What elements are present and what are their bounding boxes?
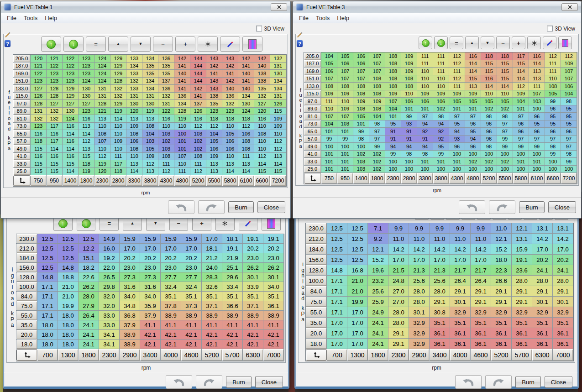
column-header-cell[interactable]: 5800 (513, 173, 529, 184)
burn-button[interactable]: Burn (228, 201, 253, 213)
table-cell[interactable]: 114 (47, 145, 63, 153)
3d-view-checkbox[interactable] (256, 26, 262, 31)
table-cell[interactable]: 110 (254, 138, 270, 146)
table-cell[interactable]: 42.1 (263, 340, 284, 349)
table-cell[interactable]: 94 (385, 143, 401, 151)
table-cell[interactable]: 106 (222, 138, 238, 146)
table-cell[interactable]: 115 (63, 160, 79, 168)
table-cell[interactable]: 101 (529, 158, 545, 166)
table-cell[interactable]: 102 (190, 145, 206, 153)
table-cell[interactable]: 134 (142, 78, 158, 85)
table-cell[interactable]: 108 (353, 90, 369, 98)
table-cell[interactable]: 32.9 (512, 307, 532, 318)
column-header-cell[interactable]: 750 (321, 173, 337, 184)
table-cell[interactable]: 110 (433, 75, 449, 83)
table-cell[interactable]: 134 (142, 85, 158, 93)
table-cell[interactable]: 96 (545, 105, 561, 113)
table-cell[interactable]: 115 (497, 60, 513, 68)
table-cell[interactable]: 12.5 (347, 234, 368, 244)
menu-tools[interactable]: Tools (312, 14, 333, 22)
table-cell[interactable]: 34.1 (99, 340, 120, 349)
column-header-cell[interactable]: 3400 (430, 349, 450, 361)
table-cell[interactable]: 123 (79, 63, 94, 70)
table-cell[interactable]: 16.0 (99, 244, 120, 253)
table-cell[interactable]: 109 (353, 98, 369, 105)
table-cell[interactable]: 115 (47, 168, 63, 176)
table-cell[interactable]: 17.1 (37, 301, 58, 311)
table-cell[interactable]: 111 (158, 160, 174, 168)
table-cell[interactable]: 94 (401, 143, 417, 151)
table-cell[interactable]: 99 (513, 143, 529, 151)
table-cell[interactable]: 114 (465, 68, 481, 75)
table-cell[interactable]: 100 (545, 158, 561, 166)
table-cell[interactable]: 107 (337, 68, 353, 75)
table-cell[interactable]: 108 (385, 75, 401, 83)
column-header-cell[interactable]: 7000 (553, 349, 573, 361)
table-cell[interactable]: 101 (417, 105, 433, 113)
table-cell[interactable]: 17.0 (347, 307, 368, 318)
table-cell[interactable]: 115 (79, 153, 94, 161)
table-cell[interactable]: 31.6 (140, 282, 161, 292)
table-cell[interactable]: 23.0 (263, 253, 284, 263)
table-cell[interactable]: 123 (79, 55, 94, 63)
table-cell[interactable]: 19.9 (347, 297, 368, 307)
table-cell[interactable]: 97 (497, 120, 513, 128)
table-cell[interactable]: 115 (513, 60, 529, 68)
table-cell[interactable]: 123 (63, 78, 79, 85)
table-cell[interactable]: 17.1 (327, 297, 347, 307)
table-cell[interactable]: 112 (270, 138, 286, 146)
table-cell[interactable]: 17.1 (37, 292, 58, 301)
table-cell[interactable]: 96 (513, 128, 529, 136)
table-cell[interactable]: 95 (433, 143, 449, 151)
table-cell[interactable]: 29.1 (553, 286, 573, 297)
table-cell[interactable]: 28.0 (512, 276, 532, 286)
table-cell[interactable]: 113 (206, 160, 222, 168)
table-cell[interactable]: 108 (126, 145, 142, 153)
table-cell[interactable]: 102 (158, 138, 174, 146)
table-cell[interactable]: 37.1 (243, 301, 263, 311)
table-cell[interactable]: 15.9 (512, 244, 532, 255)
table-cell[interactable]: 105 (142, 145, 158, 153)
table-cell[interactable]: 103 (190, 130, 206, 138)
row-header-cell[interactable]: 128.0 (16, 272, 37, 282)
row-header-cell[interactable]: 97.0 (304, 98, 321, 105)
table-cell[interactable]: 110 (222, 123, 238, 131)
table-cell[interactable]: 99 (561, 158, 577, 166)
table-cell[interactable]: 140 (222, 85, 238, 93)
table-cell[interactable]: 26.4 (450, 276, 471, 286)
table-cell[interactable]: 107 (561, 68, 577, 75)
table-cell[interactable]: 25.6 (430, 276, 450, 286)
column-header-cell[interactable]: 4800 (465, 173, 481, 184)
table-cell[interactable]: 141 (238, 78, 254, 85)
table-cell[interactable]: 130 (142, 100, 158, 108)
table-cell[interactable]: 11.0 (388, 234, 409, 244)
table-cell[interactable]: 11.0 (430, 234, 450, 244)
table-cell[interactable]: 100 (545, 166, 561, 173)
table-cell[interactable]: 115 (481, 60, 497, 68)
table-cell[interactable]: 133 (126, 70, 142, 78)
table-cell[interactable]: 113 (465, 83, 481, 90)
table-cell[interactable]: 36.1 (263, 301, 284, 311)
table-cell[interactable]: 130 (63, 108, 79, 115)
row-header-cell[interactable]: 169.0 (13, 70, 31, 78)
table-cell[interactable]: 114 (497, 83, 513, 90)
table-cell[interactable]: 117 (47, 138, 63, 146)
table-cell[interactable]: 19.1 (263, 234, 284, 244)
row-header-cell[interactable]: 81.0 (304, 113, 321, 120)
table-cell[interactable]: 100 (529, 166, 545, 173)
table-cell[interactable]: 13.1 (532, 223, 553, 234)
row-header-cell[interactable]: 212.0 (16, 244, 37, 253)
table-cell[interactable]: 132 (110, 93, 126, 100)
table-cell[interactable]: 19.9 (58, 301, 79, 311)
table-cell[interactable]: 35.1 (222, 292, 243, 301)
row-header-cell[interactable]: 25.0 (13, 168, 31, 176)
table-cell[interactable]: 129 (63, 85, 79, 93)
table-cell[interactable]: 24.1 (368, 328, 388, 339)
table-cell[interactable]: 104 (142, 130, 158, 138)
column-header-cell[interactable]: 3400 (140, 349, 161, 361)
row-header-cell[interactable]: 151.0 (304, 75, 321, 83)
table-cell[interactable]: 108 (369, 105, 385, 113)
table-cell[interactable]: 33.0 (99, 320, 120, 330)
table-cell[interactable]: 29.1 (491, 286, 512, 297)
redo-button[interactable] (196, 375, 222, 389)
